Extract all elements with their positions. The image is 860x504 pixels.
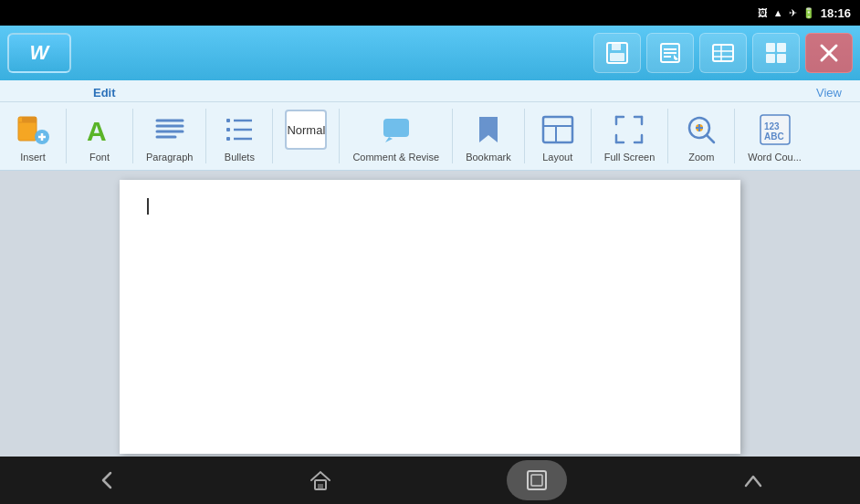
fullscreen-label: Full Screen (604, 152, 655, 163)
ribbon-group-layout[interactable]: Layout (530, 106, 585, 166)
logo-text: W (30, 41, 49, 65)
status-icons: 🖼 ▲ ✈ 🔋 18:16 (758, 6, 851, 20)
back-icon (94, 467, 120, 493)
comment-label: Comment & Revise (352, 152, 439, 163)
font-label: Font (89, 152, 110, 163)
divider-6 (452, 109, 453, 163)
svg-marker-37 (479, 117, 498, 142)
svg-rect-31 (226, 128, 230, 131)
svg-rect-38 (543, 117, 572, 142)
ribbon-group-paragraph[interactable]: Paragraph (139, 106, 200, 166)
edit-button[interactable] (646, 33, 694, 73)
menu-button[interactable] (726, 460, 781, 500)
ribbon-group-insert[interactable]: Insert (5, 106, 60, 166)
svg-text:123: 123 (764, 121, 780, 131)
svg-rect-8 (713, 45, 733, 61)
svg-rect-19 (22, 117, 37, 122)
fullscreen-icon (609, 110, 649, 150)
list-button[interactable] (699, 33, 747, 73)
insert-icon (13, 110, 53, 150)
paragraph-label: Paragraph (146, 152, 193, 163)
svg-text:A: A (87, 116, 107, 146)
ribbon: Edit View Insert A (0, 80, 860, 171)
ribbon-group-comment[interactable]: Comment & Revise (345, 106, 446, 166)
home-icon (308, 467, 333, 493)
home-button[interactable] (293, 460, 348, 500)
back-button[interactable] (79, 460, 134, 500)
divider-2 (132, 109, 133, 163)
svg-rect-15 (777, 54, 786, 63)
divider-1 (66, 109, 67, 163)
svg-marker-36 (385, 137, 393, 142)
app-logo[interactable]: W (7, 33, 71, 73)
svg-rect-33 (226, 137, 230, 141)
text-cursor (147, 198, 149, 215)
zoom-icon (681, 110, 721, 150)
divider-10 (734, 109, 735, 163)
tab-edit[interactable]: Edit (82, 84, 127, 101)
svg-text:ABC: ABC (764, 131, 784, 142)
style-label: Normal (287, 123, 325, 137)
layout-label: Layout (542, 152, 572, 163)
ribbon-group-fullscreen[interactable]: Full Screen (597, 106, 663, 166)
divider-3 (205, 109, 206, 163)
divider-8 (591, 109, 592, 163)
bullets-label: Bullets (225, 152, 255, 163)
divider-9 (667, 109, 668, 163)
svg-rect-29 (226, 119, 230, 122)
ribbon-group-font[interactable]: A Font (72, 106, 127, 166)
recent-apps-icon (524, 467, 550, 493)
svg-rect-59 (528, 471, 546, 489)
bullets-icon (219, 110, 259, 150)
svg-rect-58 (318, 484, 323, 489)
comment-icon (376, 110, 416, 150)
menu-up-icon (740, 467, 766, 493)
clock: 18:16 (821, 6, 851, 20)
edit-icon (657, 40, 683, 66)
tab-view[interactable]: View (805, 84, 853, 101)
svg-marker-7 (674, 55, 678, 60)
divider-4 (272, 109, 273, 163)
ribbon-group-bullets[interactable]: Bullets (212, 106, 267, 166)
svg-rect-1 (612, 43, 621, 50)
wordcount-icon: 123 ABC (755, 110, 795, 150)
ribbon-tabs: Edit View (0, 80, 860, 101)
font-icon: A (79, 110, 120, 150)
svg-rect-14 (766, 54, 775, 63)
style-icon: Normal (286, 110, 326, 150)
close-icon (816, 40, 842, 66)
svg-line-51 (707, 135, 714, 142)
style-normal-btn[interactable]: Normal (285, 110, 327, 150)
bookmark-label: Bookmark (466, 152, 511, 163)
save-icon (604, 40, 630, 66)
grid-icon (763, 40, 789, 66)
ribbon-group-bookmark[interactable]: Bookmark (458, 106, 519, 166)
svg-rect-13 (777, 43, 786, 52)
bookmark-icon (468, 110, 509, 150)
top-toolbar: W (0, 26, 860, 80)
svg-rect-60 (531, 475, 542, 486)
document-area[interactable] (0, 171, 860, 474)
recent-apps-button[interactable] (507, 460, 567, 500)
insert-label: Insert (20, 152, 46, 163)
signal-icon: ▲ (773, 7, 783, 18)
ribbon-group-style[interactable]: Normal Style (278, 106, 333, 166)
zoom-label: Zoom (688, 152, 714, 163)
paragraph-icon (150, 110, 190, 150)
ribbon-group-zoom[interactable]: Zoom (674, 106, 729, 166)
save-button[interactable] (593, 33, 641, 73)
document-page[interactable] (120, 180, 740, 454)
nav-bar (0, 457, 860, 504)
divider-7 (524, 109, 525, 163)
ribbon-group-wordcount[interactable]: 123 ABC Word Cou... (740, 106, 809, 166)
status-bar: 🖼 ▲ ✈ 🔋 18:16 (0, 0, 860, 26)
wordcount-label: Word Cou... (748, 152, 802, 163)
close-button[interactable] (805, 33, 853, 73)
battery-icon: 🔋 (802, 7, 815, 19)
list-icon (710, 40, 736, 66)
airplane-icon: ✈ (789, 7, 797, 19)
ribbon-content: Insert A Font Paragraph (0, 101, 860, 170)
thumbnail-icon: 🖼 (758, 7, 768, 18)
svg-rect-12 (766, 43, 775, 52)
grid-button[interactable] (752, 33, 800, 73)
